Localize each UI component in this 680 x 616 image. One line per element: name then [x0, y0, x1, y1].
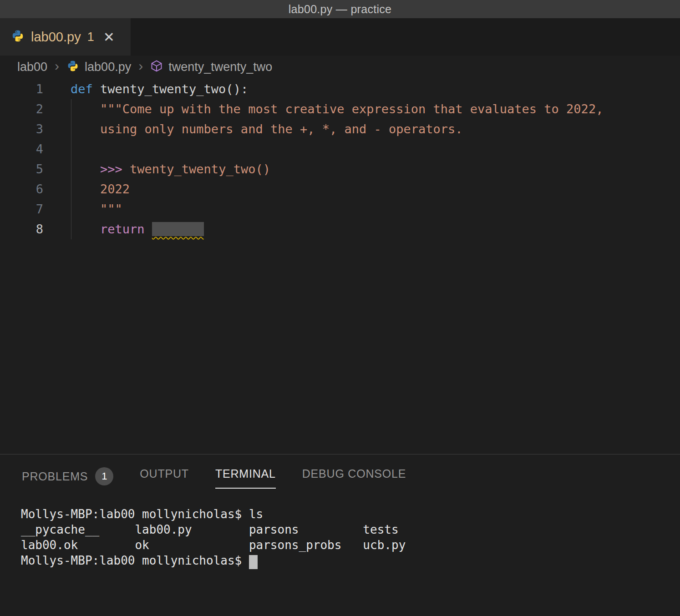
code-token: [152, 222, 204, 236]
panel-tab-problems[interactable]: PROBLEMS1: [22, 467, 113, 494]
code-line-3[interactable]: 3 using only numbers and the +, *, and -…: [0, 119, 680, 139]
line-number: 6: [0, 179, 43, 199]
code-token: 2022: [71, 182, 130, 196]
panel-tab-label: DEBUG CONSOLE: [302, 467, 406, 480]
code-text: """Come up with the most creative expres…: [43, 99, 603, 119]
line-number: 1: [0, 79, 43, 99]
panel-tab-output[interactable]: OUTPUT: [140, 467, 189, 489]
code-line-1[interactable]: 1def twenty_twenty_two():: [0, 79, 680, 99]
code-token: return: [100, 222, 152, 236]
breadcrumb-symbol[interactable]: twenty_twenty_two: [168, 60, 272, 74]
code-lines: 1def twenty_twenty_two():2 """Come up wi…: [0, 78, 680, 239]
code-text: 2022: [43, 179, 130, 199]
line-number: 3: [0, 119, 43, 139]
terminal-cursor: [249, 555, 258, 569]
line-number: 8: [0, 219, 43, 239]
vscode-window: lab00.py — practice lab00.py 1 ✕ lab00 ›…: [0, 0, 680, 616]
tab-label: lab00.py: [31, 30, 81, 45]
panel-tab-terminal[interactable]: TERMINAL: [215, 467, 276, 489]
titlebar: lab00.py — practice: [0, 0, 680, 18]
code-token: """: [71, 202, 122, 216]
code-text: >>> twenty_twenty_two(): [43, 159, 270, 179]
terminal-line: __pycache__ lab00.py parsons tests: [21, 522, 680, 537]
code-text: def twenty_twenty_two():: [43, 79, 248, 99]
panel-tab-label: OUTPUT: [140, 467, 189, 480]
breadcrumb-folder[interactable]: lab00: [17, 60, 47, 74]
code-line-4[interactable]: 4: [0, 139, 680, 159]
close-icon[interactable]: ✕: [103, 29, 115, 45]
code-token: using only numbers and the +, *, and - o…: [71, 122, 463, 136]
terminal-line: Mollys-MBP:lab00 mollynicholas$: [21, 553, 680, 568]
terminal-output[interactable]: Mollys-MBP:lab00 mollynicholas$ ls__pyca…: [0, 493, 680, 616]
line-number: 4: [0, 139, 43, 159]
panel-tab-label: PROBLEMS: [22, 470, 88, 483]
code-line-5[interactable]: 5 >>> twenty_twenty_two(): [0, 159, 680, 179]
breadcrumb-file[interactable]: lab00.py: [85, 60, 131, 74]
tab-problem-count: 1: [87, 30, 94, 44]
tab-lab00py[interactable]: lab00.py 1 ✕: [0, 18, 131, 56]
panel-tab-label: TERMINAL: [215, 467, 276, 480]
panel-tab-bar: PROBLEMS1OUTPUTTERMINALDEBUG CONSOLE: [0, 454, 680, 493]
code-token: >>>: [100, 162, 130, 176]
code-token: def: [71, 82, 100, 96]
code-token: twenty_twenty_two():: [100, 82, 248, 96]
bottom-panel: PROBLEMS1OUTPUTTERMINALDEBUG CONSOLE Mol…: [0, 454, 680, 616]
code-text: """: [43, 199, 122, 219]
code-token: [71, 162, 100, 176]
python-icon: [66, 60, 79, 74]
line-number: 7: [0, 199, 43, 219]
tab-bar: lab00.py 1 ✕: [0, 18, 680, 56]
terminal-line: lab00.ok ok parsons_probs ucb.py: [21, 537, 680, 553]
window-title: lab00.py — practice: [289, 3, 392, 16]
code-line-7[interactable]: 7 """: [0, 199, 680, 219]
chevron-right-icon: ›: [137, 58, 145, 74]
python-icon: [11, 29, 25, 45]
panel-tab-debug-console[interactable]: DEBUG CONSOLE: [302, 467, 406, 489]
breadcrumb: lab00 › lab00.py › twenty_twenty_two: [0, 56, 680, 78]
terminal-line: Mollys-MBP:lab00 mollynicholas$ ls: [21, 506, 680, 522]
code-editor[interactable]: 1def twenty_twenty_two():2 """Come up wi…: [0, 78, 680, 454]
code-token: twenty_twenty_two(): [130, 162, 270, 176]
code-line-6[interactable]: 6 2022: [0, 179, 680, 199]
code-token: [71, 222, 100, 236]
symbol-cube-icon: [150, 60, 163, 74]
code-line-8[interactable]: 8 return: [0, 219, 680, 239]
code-text: using only numbers and the +, *, and - o…: [43, 119, 463, 139]
code-text: [43, 139, 71, 159]
code-line-2[interactable]: 2 """Come up with the most creative expr…: [0, 99, 680, 119]
indent-guide: [71, 99, 71, 239]
line-number: 2: [0, 99, 43, 119]
problems-count-badge: 1: [95, 467, 113, 485]
code-token: """Come up with the most creative expres…: [71, 102, 603, 116]
line-number: 5: [0, 159, 43, 179]
code-text: return: [43, 219, 204, 239]
chevron-right-icon: ›: [53, 58, 61, 74]
